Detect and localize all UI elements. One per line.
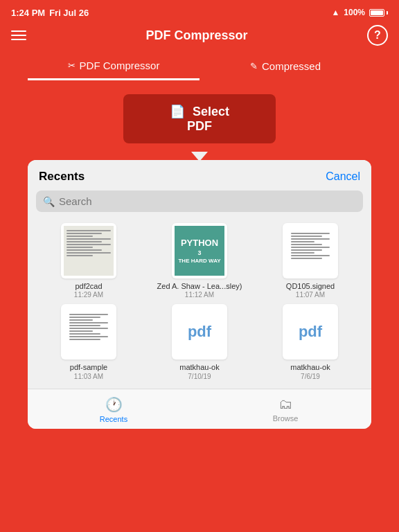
- list-item[interactable]: pdf matkhau-ok 7/10/19: [147, 304, 252, 380]
- picker-bottom-tabs: 🕐 Recents 🗂 Browse: [28, 389, 371, 429]
- file-time: 11:03 AM: [74, 373, 103, 380]
- recents-icon: 🕐: [105, 396, 123, 413]
- file-thumbnail: pdf: [283, 304, 338, 360]
- compressed-tab-label: Compressed: [262, 60, 321, 72]
- compressed-tab-icon: ✎: [250, 61, 258, 71]
- file-name: Zed A. Shaw - Lea...sley): [157, 281, 242, 291]
- picker-tab-browse[interactable]: 🗂 Browse: [200, 389, 371, 429]
- pdf-icon: 📄: [170, 105, 185, 118]
- file-thumbnail: [61, 304, 116, 360]
- picker-title: Recents: [39, 170, 85, 184]
- list-item[interactable]: pdf matkhau-ok 7/6/19: [258, 304, 363, 380]
- file-time: 7/10/19: [188, 373, 211, 380]
- file-picker: Recents Cancel 🔍: [28, 160, 371, 429]
- file-time: 11:07 AM: [296, 291, 325, 299]
- nav-title: PDF Compressor: [145, 28, 247, 43]
- tab-compressor[interactable]: ✂ PDF Compressor: [28, 54, 200, 80]
- time-label: 1:24 PM: [11, 8, 45, 18]
- file-time: 11:29 AM: [74, 291, 103, 299]
- help-button[interactable]: ?: [367, 25, 388, 46]
- list-item[interactable]: PYTHON 3 THE HARD WAY Zed A. Shaw - Lea.…: [147, 223, 252, 299]
- file-time: 11:12 AM: [185, 291, 214, 299]
- browse-icon: 🗂: [278, 396, 292, 412]
- picker-header: Recents Cancel: [28, 160, 371, 190]
- dropdown-arrow: [191, 152, 208, 161]
- select-pdf-label: Select PDF: [187, 105, 229, 133]
- status-time: 1:24 PM Fri Jul 26: [11, 8, 89, 18]
- battery-label: 100%: [344, 8, 365, 17]
- file-thumbnail: PYTHON 3 THE HARD WAY: [172, 223, 227, 278]
- file-name: QD105.signed: [286, 281, 335, 291]
- list-item[interactable]: QD105.signed 11:07 AM: [258, 223, 363, 299]
- battery-icon: [369, 9, 388, 17]
- file-thumbnail: pdf: [172, 304, 227, 360]
- wifi-icon: ▲: [331, 8, 339, 17]
- picker-tab-recents[interactable]: 🕐 Recents: [28, 389, 200, 429]
- status-bar: 1:24 PM Fri Jul 26 ▲ 100%: [0, 0, 399, 22]
- pdf-label: pdf: [188, 323, 211, 341]
- list-item[interactable]: pdf2cad 11:29 AM: [36, 223, 141, 299]
- top-nav: PDF Compressor ?: [0, 22, 399, 54]
- file-thumbnail: [61, 223, 116, 278]
- select-pdf-button[interactable]: 📄 Select PDF: [123, 94, 276, 143]
- compressor-tab-label: PDF Compressor: [80, 60, 160, 71]
- file-thumbnail: [283, 223, 338, 278]
- search-icon: 🔍: [43, 196, 55, 207]
- file-name: matkhau-ok: [290, 362, 330, 372]
- file-time: 7/6/19: [301, 373, 320, 380]
- file-name: matkhau-ok: [179, 362, 219, 372]
- picker-cancel-button[interactable]: Cancel: [326, 170, 360, 183]
- recents-tab-label: Recents: [100, 415, 127, 423]
- search-bar: 🔍: [36, 190, 363, 212]
- help-icon: ?: [374, 29, 381, 42]
- menu-button[interactable]: [11, 28, 26, 43]
- status-icons: ▲ 100%: [331, 8, 388, 17]
- search-input[interactable]: [59, 195, 356, 207]
- main-tabs: ✂ PDF Compressor ✎ Compressed: [0, 54, 399, 80]
- pdf-label: pdf: [299, 323, 322, 341]
- browse-tab-label: Browse: [273, 414, 299, 423]
- file-grid: pdf2cad 11:29 AM PYTHON 3 THE HARD WAY Z…: [28, 220, 371, 389]
- file-name: pdf2cad: [75, 281, 102, 291]
- list-item[interactable]: pdf-sample 11:03 AM: [36, 304, 141, 380]
- file-name: pdf-sample: [70, 362, 107, 372]
- tab-compressed[interactable]: ✎ Compressed: [200, 54, 371, 80]
- compressor-tab-icon: ✂: [68, 60, 76, 71]
- date-label: Fri Jul 26: [49, 8, 89, 18]
